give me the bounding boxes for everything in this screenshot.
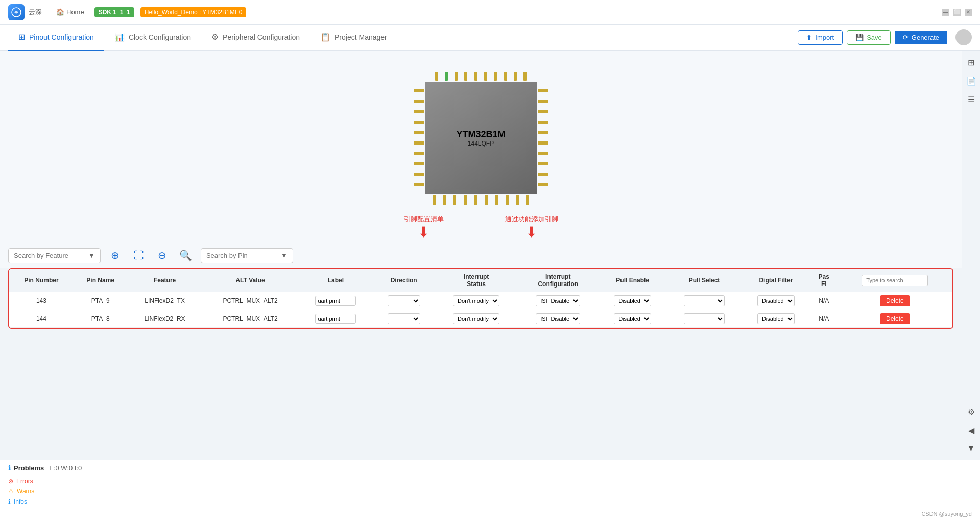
sdk-badge: SDK 1_1_1 (94, 7, 134, 17)
pin-table-wrapper: Pin Number Pin Name Feature ALT Value La… (8, 268, 953, 329)
nav-tabs: ⊞ Pinout Configuration 📊 Clock Configura… (0, 25, 980, 51)
search-pin-dropdown-icon[interactable]: ▼ (281, 252, 288, 259)
label-0-input[interactable] (315, 296, 356, 306)
tab-peripheral[interactable]: ⚙ Peripheral Configuration (201, 25, 310, 51)
col-pin-name: Pin Name (74, 269, 128, 292)
alt-value-1: PCTRL_MUX_ALT2 (202, 310, 299, 328)
clock-icon: 📊 (114, 32, 125, 42)
interrupt-status-1-cell: Don't modifyISF EnableISF Disable (435, 310, 518, 328)
info-circle-icon: ℹ (8, 464, 11, 472)
pin-bottom-8 (506, 195, 509, 205)
delete-button-0[interactable]: Delete (880, 295, 910, 306)
tab-pinout[interactable]: ⊞ Pinout Configuration (8, 25, 104, 51)
sidebar-collapse-icon[interactable]: ◀ (964, 423, 978, 437)
pin-left-3 (414, 110, 424, 113)
label-0-cell (299, 292, 373, 310)
sidebar-settings-icon[interactable]: ⚙ (964, 405, 978, 419)
digital-filter-1-select[interactable]: DisabledEnabled (757, 313, 795, 324)
pin-right-6 (538, 141, 548, 145)
infos-item[interactable]: ℹ Infos (8, 496, 972, 507)
col-search-input[interactable] (862, 275, 928, 286)
interrupt-status-1-select[interactable]: Don't modifyISF EnableISF Disable (453, 313, 499, 324)
digital-filter-1-cell: DisabledEnabled (742, 310, 810, 328)
pin-right-3 (538, 110, 548, 113)
pin-top-10 (523, 72, 527, 81)
pin-top-7 (494, 72, 497, 81)
pin-right-9 (538, 173, 548, 176)
window-controls: — ⬜ ✕ (942, 9, 972, 16)
annotation-list: 引脚配置清单 ⬇ (404, 215, 444, 241)
pull-enable-0-select[interactable]: DisabledEnabled (614, 295, 651, 306)
generate-button[interactable]: ⟳ Generate (895, 31, 947, 44)
list-arrow-icon: ⬇ (418, 224, 429, 241)
col-pull-select: Pull Select (667, 269, 742, 292)
pull-enable-1-cell: DisabledEnabled (598, 310, 667, 328)
chip-diagram: YTM32B1M 144LQFP (410, 66, 553, 209)
frame-button[interactable]: ⛶ (130, 247, 148, 264)
window-minimize[interactable]: — (942, 9, 949, 16)
tab-clock[interactable]: 📊 Clock Configuration (104, 25, 201, 51)
interrupt-config-0-select[interactable]: ISF DisableISF Enable (536, 295, 580, 306)
window-maximize[interactable]: ⬜ (953, 9, 961, 16)
pin-left-7 (414, 152, 424, 155)
search-feature-input[interactable] (14, 252, 85, 259)
interrupt-status-0-cell: Don't modifyISF EnableISF Disable (435, 292, 518, 310)
interrupt-config-0-cell: ISF DisableISF Enable (518, 292, 598, 310)
sidebar-scroll-down-icon[interactable]: ▼ (964, 441, 978, 456)
pin-right-7 (538, 152, 548, 155)
pin-name-1: PTA_8 (74, 310, 128, 328)
pin-left-4 (414, 121, 424, 124)
bottom-pins (433, 195, 530, 205)
home-button[interactable]: 🏠 Home (52, 6, 88, 18)
interrupt-status-0-select[interactable]: Don't modifyISF EnableISF Disable (453, 295, 499, 306)
col-interrupt-status: InterruptStatus (435, 269, 518, 292)
pull-select-1-select[interactable]: Pull UpPull Down (684, 313, 725, 324)
warns-item[interactable]: ⚠ Warns (8, 486, 972, 496)
top-pins (435, 72, 527, 81)
label-1-input[interactable] (315, 314, 356, 324)
feature-arrow-icon: ⬇ (525, 224, 537, 241)
pas-fi-0: N/A (810, 292, 838, 310)
window-close[interactable]: ✕ (965, 9, 972, 16)
tab-project[interactable]: 📋 Project Manager (310, 25, 397, 51)
search-button[interactable]: 🔍 (177, 247, 195, 264)
pin-number-1: 144 (9, 310, 74, 328)
save-button[interactable]: 💾 Save (847, 30, 891, 45)
zoom-out-button[interactable]: ⊖ (154, 247, 171, 264)
import-button[interactable]: ⬆ Import (798, 30, 843, 45)
annotation-feature: 通过功能添加引脚 ⬇ (505, 215, 558, 241)
bottom-section: ℹ Problems E:0 W:0 I:0 ⊗ Errors ⚠ Warns … (0, 460, 980, 521)
info-icon: ℹ (8, 498, 11, 505)
col-pull-enable: Pull Enable (598, 269, 667, 292)
interrupt-config-1-cell: ISF DisableISF Enable (518, 310, 598, 328)
pull-select-0-cell: Pull UpPull Down (667, 292, 742, 310)
pin-left-6 (414, 141, 424, 145)
direction-1-select[interactable]: InputOutput (388, 313, 420, 324)
tab-project-label: Project Manager (334, 33, 387, 41)
problems-panel: ℹ Problems E:0 W:0 I:0 ⊗ Errors ⚠ Warns … (0, 460, 980, 511)
pin-right-10 (538, 183, 548, 186)
zoom-in-button[interactable]: ⊕ (107, 247, 124, 264)
digital-filter-0-select[interactable]: DisabledEnabled (757, 295, 795, 306)
col-search (838, 269, 952, 292)
col-label: Label (299, 269, 373, 292)
pin-right-5 (538, 131, 548, 134)
direction-0-select[interactable]: InputOutput (388, 295, 420, 306)
interrupt-config-1-select[interactable]: ISF DisableISF Enable (536, 313, 580, 324)
pin-bottom-1 (433, 195, 436, 205)
errors-item[interactable]: ⊗ Errors (8, 476, 972, 486)
search-icon: 🔍 (179, 249, 192, 262)
sidebar-grid-icon[interactable]: ⊞ (964, 55, 978, 69)
pin-left-8 (414, 162, 424, 165)
sidebar-list-icon[interactable]: ☰ (964, 92, 978, 106)
sidebar-doc-icon[interactable]: 📄 (964, 74, 978, 88)
pin-bottom-10 (526, 195, 529, 205)
search-pin-input[interactable] (206, 252, 278, 259)
col-feature: Feature (128, 269, 202, 292)
search-feature-dropdown-icon[interactable]: ▼ (88, 252, 95, 259)
delete-button-1[interactable]: Delete (880, 313, 910, 324)
pull-enable-1-select[interactable]: DisabledEnabled (614, 313, 651, 324)
pull-select-0-select[interactable]: Pull UpPull Down (684, 295, 725, 306)
pas-fi-1: N/A (810, 310, 838, 328)
frame-icon: ⛶ (134, 250, 144, 262)
